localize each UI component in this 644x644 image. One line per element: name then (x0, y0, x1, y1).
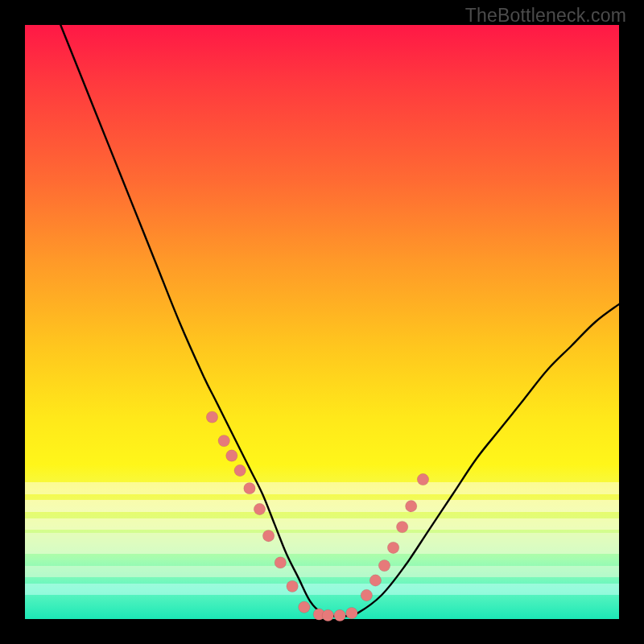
marker-dot (387, 542, 398, 553)
marker-dot (396, 521, 407, 532)
marker-dot (218, 435, 229, 446)
bottleneck-curve (60, 25, 619, 617)
marker-dot (206, 411, 217, 423)
plot-area (25, 25, 619, 619)
marker-dot (275, 557, 286, 568)
marker-dot (299, 601, 310, 613)
watermark-text: TheBottleneck.com (465, 5, 626, 27)
marker-dot (287, 580, 298, 592)
curve-svg (25, 25, 619, 619)
marker-dot (369, 575, 381, 586)
marker-dot (378, 559, 390, 571)
marker-dots-group (206, 411, 428, 621)
marker-dot (334, 609, 345, 621)
marker-dot (417, 473, 428, 485)
marker-dot (226, 450, 237, 461)
marker-dot (406, 501, 417, 512)
marker-dot (254, 503, 265, 514)
marker-dot (322, 609, 333, 621)
marker-dot (262, 530, 274, 541)
marker-dot (234, 464, 246, 476)
marker-dot (361, 589, 372, 601)
marker-dot (346, 607, 357, 618)
chart-frame: TheBottleneck.com (0, 0, 644, 644)
marker-dot (244, 482, 255, 493)
